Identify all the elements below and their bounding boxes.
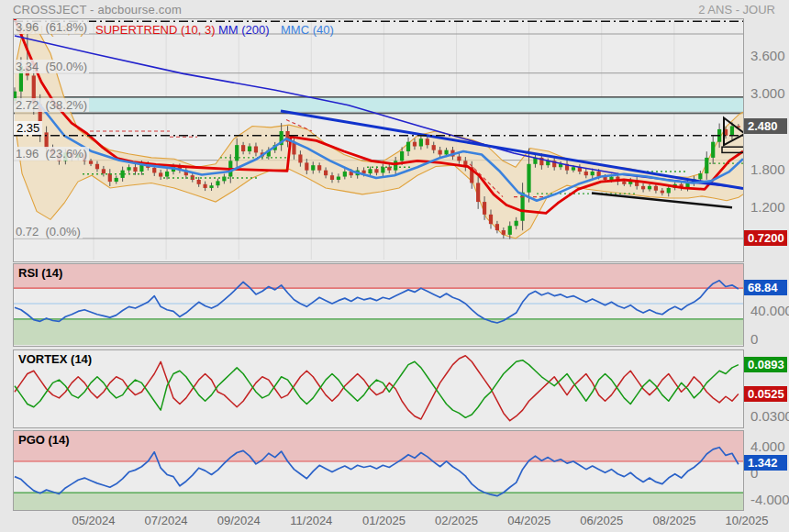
- candle-body: [394, 161, 397, 170]
- candle-body: [381, 167, 384, 172]
- price-panel[interactable]: [13, 18, 744, 262]
- candle-body: [337, 177, 340, 180]
- candle-body: [197, 180, 201, 184]
- candle-body: [216, 181, 219, 185]
- time-axis-label: 11/2024: [290, 514, 332, 527]
- fib-label: 0.72 (0.0%): [14, 225, 83, 238]
- candle-body: [127, 167, 130, 170]
- vortex-panel[interactable]: [13, 349, 744, 428]
- vortex-chart-canvas[interactable]: [14, 350, 743, 427]
- candle-body: [413, 142, 417, 147]
- time-axis-label: 04/2025: [507, 514, 550, 527]
- vortex-minus-line: [15, 356, 739, 421]
- time-axis-label: 06/2025: [580, 514, 623, 527]
- pgo-upper-zone: [14, 431, 743, 461]
- pgo-title: PGO (14): [18, 433, 70, 447]
- oversold-zone: [14, 319, 743, 345]
- price-chart-canvas[interactable]: [14, 19, 743, 261]
- candle-body: [705, 158, 708, 173]
- candle-body: [209, 185, 213, 188]
- candle-body: [374, 169, 378, 172]
- candle-body: [254, 147, 258, 153]
- candle-body: [305, 162, 308, 170]
- price-axis-label: 3.600: [750, 48, 785, 63]
- time-axis-label: 10/2025: [725, 514, 768, 527]
- candle-body: [102, 169, 106, 173]
- candle-body: [622, 182, 626, 184]
- vortex-axis-label: 0.0300: [750, 408, 789, 424]
- candle-body: [654, 186, 658, 191]
- vortex-minus-badge: 0.0525: [744, 386, 787, 402]
- pgo-chart-canvas[interactable]: [14, 431, 743, 510]
- legend-supertrend[interactable]: SUPERTREND (10, 3): [95, 23, 216, 37]
- vortex-plus-line: [15, 360, 739, 418]
- candle-body: [115, 178, 118, 182]
- time-axis-label: 09/2024: [217, 514, 261, 527]
- candle-body: [419, 139, 423, 146]
- overbought-zone: [14, 264, 743, 288]
- time-axis-label: 01/2025: [362, 514, 406, 527]
- candle-body: [368, 169, 372, 173]
- charting-app: CROSSJECT - abcbourse.com 2 ANS - JOUR R…: [0, 0, 789, 532]
- candle-body: [235, 145, 239, 161]
- candle-body: [584, 172, 588, 175]
- candle-body: [457, 157, 461, 161]
- candle-body: [298, 154, 302, 162]
- resistance-zone: [14, 97, 743, 114]
- low-price-badge: 0.7200: [744, 230, 787, 246]
- candle-body: [95, 164, 99, 170]
- candle-body: [489, 215, 493, 224]
- candle-body: [508, 226, 512, 235]
- pgo-lower-zone: [14, 493, 743, 510]
- candle-body: [591, 172, 595, 175]
- candle-body: [426, 139, 429, 145]
- rsi-value-badge: 68.84: [744, 280, 787, 295]
- candle-body: [311, 165, 315, 171]
- annotation-level-label: 2.35: [14, 121, 42, 135]
- candle-body: [152, 168, 156, 173]
- candle-body: [324, 171, 328, 176]
- candle-body: [572, 167, 575, 170]
- timeframe-label[interactable]: 2 ANS - JOUR: [698, 3, 775, 17]
- rsi-title: RSI (14): [18, 266, 62, 280]
- legend-mm[interactable]: MM (200): [218, 23, 270, 37]
- fib-label: 2.72 (38.2%): [14, 98, 89, 112]
- candle-body: [502, 230, 506, 235]
- candle-body: [241, 145, 245, 151]
- candle-body: [730, 126, 734, 135]
- pgo-value-badge: 1.342: [744, 455, 787, 471]
- candle-body: [343, 172, 347, 177]
- fib-label: 1.96 (23.6%): [14, 147, 89, 161]
- time-axis-label: 05/2024: [72, 514, 116, 527]
- candle-body: [159, 172, 162, 176]
- candle-body: [204, 184, 207, 188]
- pgo-axis-label: 4.000: [750, 438, 785, 454]
- candle-body: [432, 145, 436, 150]
- candle-body: [133, 167, 137, 172]
- candle-body: [495, 224, 499, 230]
- vortex-plus-badge: 0.0893: [744, 357, 787, 372]
- fib-label: 3.96 (61.8%): [14, 20, 89, 34]
- legend-mmc[interactable]: MMC (40): [281, 23, 334, 37]
- candle-body: [330, 175, 334, 180]
- pgo-panel[interactable]: [13, 430, 744, 511]
- candle-body: [648, 186, 651, 189]
- rsi-chart-canvas[interactable]: [14, 264, 743, 346]
- candle-body: [406, 142, 410, 151]
- candle-body: [476, 183, 480, 202]
- candle-body: [515, 221, 518, 227]
- time-axis-label: 02/2025: [435, 514, 478, 527]
- candle-body: [483, 202, 486, 215]
- candle-body: [439, 150, 442, 155]
- pgo-axis-label: -4.000: [750, 492, 789, 507]
- candle-body: [641, 186, 645, 189]
- candle-body: [400, 151, 404, 161]
- candle-body: [165, 172, 169, 177]
- rsi-panel[interactable]: [13, 263, 744, 347]
- candle-body: [89, 161, 93, 163]
- fib-label: 3.34 (50.0%): [14, 60, 89, 73]
- vortex-title: VORTEX (14): [18, 352, 92, 366]
- candle-body: [609, 177, 613, 180]
- candlestick-series: [14, 34, 740, 239]
- rsi-axis-label: 0: [750, 331, 758, 347]
